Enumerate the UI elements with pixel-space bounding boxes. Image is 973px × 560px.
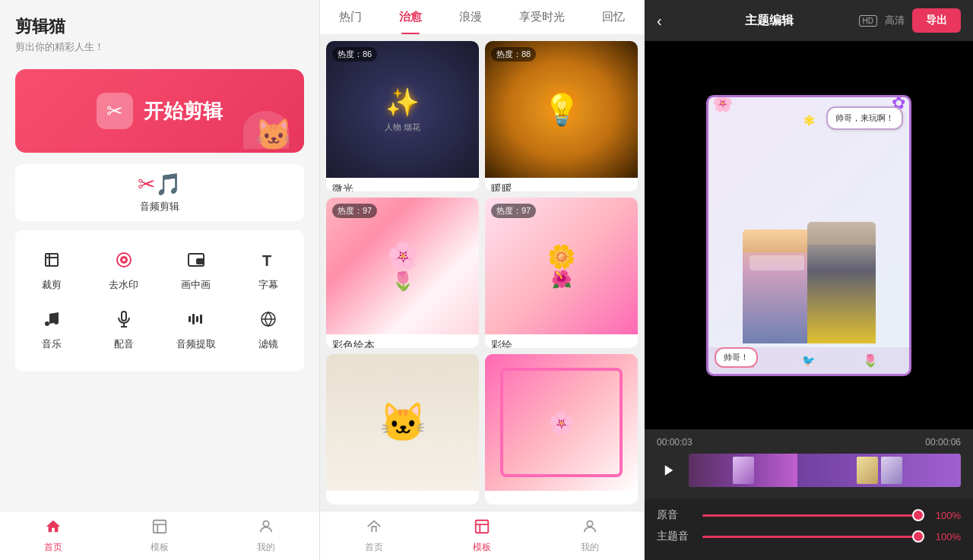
back-button[interactable]: ‹ bbox=[657, 12, 680, 30]
video-preview: 🌸 ✿ ❃ 帅哥，来玩啊！ bbox=[645, 41, 973, 429]
right-panel: ‹ 主题编辑 HD 高清 导出 🌸 ✿ ❃ 帅哥，来玩啊！ bbox=[645, 0, 973, 560]
tool-subtitle[interactable]: T 字幕 bbox=[232, 242, 304, 301]
original-audio-value: 100% bbox=[932, 510, 961, 521]
template2-icon bbox=[474, 518, 490, 539]
theme-audio-fill bbox=[702, 536, 924, 538]
user-icon bbox=[258, 518, 274, 539]
template-preview-cat: 🐱 bbox=[326, 354, 479, 491]
middle-nav-template-label: 模板 bbox=[473, 541, 491, 554]
tab-memory[interactable]: 回忆 bbox=[596, 0, 631, 34]
theme-audio-thumb[interactable] bbox=[912, 530, 924, 543]
tool-crop[interactable]: 裁剪 bbox=[15, 242, 87, 301]
template-card-caiSe[interactable]: 🌸 🌷 热度：97 彩色绘本 bbox=[326, 198, 479, 348]
left-nav-mine[interactable]: 我的 bbox=[213, 511, 319, 560]
subtitle-icon: T bbox=[259, 251, 277, 274]
audio-extract-icon bbox=[187, 310, 205, 333]
svg-rect-14 bbox=[189, 316, 191, 322]
svg-text:T: T bbox=[262, 252, 271, 269]
tool-pip[interactable]: 画中画 bbox=[160, 242, 232, 301]
heat-badge-colorbook: 热度：97 bbox=[491, 204, 536, 218]
watermark-icon bbox=[115, 251, 133, 274]
clip-track bbox=[689, 454, 961, 487]
cat-icon: 🐱 bbox=[255, 117, 293, 153]
middle-nav-mine-label: 我的 bbox=[581, 541, 599, 554]
middle-nav-template[interactable]: 模板 bbox=[428, 511, 536, 560]
tool-watermark[interactable]: 去水印 bbox=[87, 242, 160, 301]
export-button[interactable]: 导出 bbox=[912, 8, 961, 33]
template-card-weiGuang[interactable]: ✨ 人物 烟花 热度：86 微光 bbox=[326, 41, 479, 191]
music-icon bbox=[43, 310, 61, 333]
template-preview-bulb: 💡 bbox=[485, 41, 638, 178]
tab-romantic[interactable]: 浪漫 bbox=[453, 0, 488, 34]
timeline-track bbox=[657, 454, 961, 487]
watermark-label: 去水印 bbox=[109, 278, 138, 292]
dub-label: 配音 bbox=[114, 337, 134, 351]
pip-icon bbox=[187, 251, 205, 274]
svg-point-23 bbox=[263, 520, 268, 526]
original-audio-thumb[interactable] bbox=[912, 509, 924, 521]
theme-audio-label: 主题音 bbox=[657, 530, 695, 543]
tab-enjoy[interactable]: 享受时光 bbox=[513, 0, 571, 34]
subtitle-label: 字幕 bbox=[258, 278, 278, 292]
svg-rect-16 bbox=[196, 316, 198, 322]
original-audio-slider[interactable] bbox=[702, 514, 924, 517]
start-edit-button[interactable]: ✂ 开始剪辑 🐱 bbox=[15, 69, 304, 153]
middle-nav-home[interactable]: 首页 bbox=[320, 511, 428, 560]
template-preview-sparkler: ✨ 人物 烟花 bbox=[326, 41, 479, 178]
template-preview-painterly: 🌸 🌷 bbox=[326, 198, 479, 334]
svg-point-9 bbox=[45, 321, 49, 326]
tool-music[interactable]: 音乐 bbox=[15, 301, 87, 360]
middle-nav-mine[interactable]: 我的 bbox=[536, 511, 644, 560]
svg-rect-24 bbox=[476, 520, 489, 533]
app-name: 剪辑猫 bbox=[15, 15, 304, 38]
template-title-cat bbox=[326, 491, 479, 505]
tool-dub[interactable]: 配音 bbox=[87, 301, 160, 360]
anime-girl-2 bbox=[807, 222, 876, 343]
flower-deco-tl: 🌸 bbox=[712, 95, 733, 113]
svg-point-5 bbox=[122, 258, 125, 261]
anime-frame-container: 🌸 ✿ ❃ 帅哥，来玩啊！ bbox=[706, 95, 911, 376]
clip-1 bbox=[689, 454, 797, 487]
left-nav-home-label: 首页 bbox=[44, 541, 62, 554]
left-nav-home[interactable]: 首页 bbox=[0, 511, 106, 560]
template-preview-colorbook: 🌼 🌺 bbox=[485, 198, 638, 334]
svg-rect-7 bbox=[197, 259, 203, 264]
template-title-colorbook: 彩绘 bbox=[485, 334, 638, 348]
template-card-frame[interactable]: 🌸 bbox=[485, 354, 638, 505]
middle-nav-home-label: 首页 bbox=[365, 541, 383, 554]
main-frame: 🌸 ✿ ❃ 帅哥，来玩啊！ bbox=[706, 95, 911, 376]
tab-hot[interactable]: 热门 bbox=[333, 0, 368, 34]
template-title-sparkler: 微光 bbox=[326, 178, 479, 191]
templates-grid: ✨ 人物 烟花 热度：86 微光 💡 热度：88 暖暖 🌸 🌷 热度： bbox=[320, 35, 644, 511]
svg-rect-17 bbox=[200, 315, 202, 324]
header-right-controls: HD 高清 导出 bbox=[859, 8, 961, 33]
time-end: 00:00:06 bbox=[925, 437, 961, 448]
left-nav-template[interactable]: 模板 bbox=[106, 511, 213, 560]
heat-badge-painterly: 热度：97 bbox=[332, 204, 377, 218]
template-preview-frame: 🌸 bbox=[485, 354, 638, 491]
home-icon bbox=[45, 518, 62, 539]
pip-label: 画中画 bbox=[181, 278, 211, 292]
theme-audio-slider[interactable] bbox=[702, 536, 924, 538]
play-button[interactable] bbox=[657, 458, 681, 482]
home2-icon bbox=[366, 518, 382, 539]
quality-label: 高清 bbox=[885, 14, 905, 27]
audio-edit-section[interactable]: ✂🎵 音频剪辑 bbox=[15, 164, 304, 221]
filter-label: 滤镜 bbox=[258, 337, 278, 351]
template-card-cat[interactable]: 🐱 bbox=[326, 354, 479, 505]
clip-thumb-3 bbox=[881, 457, 902, 484]
crop-label: 裁剪 bbox=[42, 278, 62, 292]
right-header: ‹ 主题编辑 HD 高清 导出 bbox=[645, 0, 973, 41]
tool-filter[interactable]: 滤镜 bbox=[232, 301, 304, 360]
audio-edit-label: 音频剪辑 bbox=[140, 200, 179, 214]
side-deco-left: ⟨ bbox=[706, 228, 709, 242]
template-card-nuanNuan[interactable]: 💡 热度：88 暖暖 bbox=[485, 41, 638, 191]
audio-row-original: 原音 100% bbox=[657, 508, 961, 522]
svg-rect-20 bbox=[154, 520, 166, 533]
tool-audio-extract[interactable]: 音频提取 bbox=[160, 301, 232, 360]
original-audio-label: 原音 bbox=[657, 508, 695, 522]
clip-2 bbox=[797, 454, 961, 487]
template-card-caiHui[interactable]: 🌼 🌺 热度：97 彩绘 bbox=[485, 198, 638, 348]
tab-heal[interactable]: 治愈 bbox=[393, 0, 428, 34]
app-slogan: 剪出你的精彩人生！ bbox=[15, 40, 304, 54]
